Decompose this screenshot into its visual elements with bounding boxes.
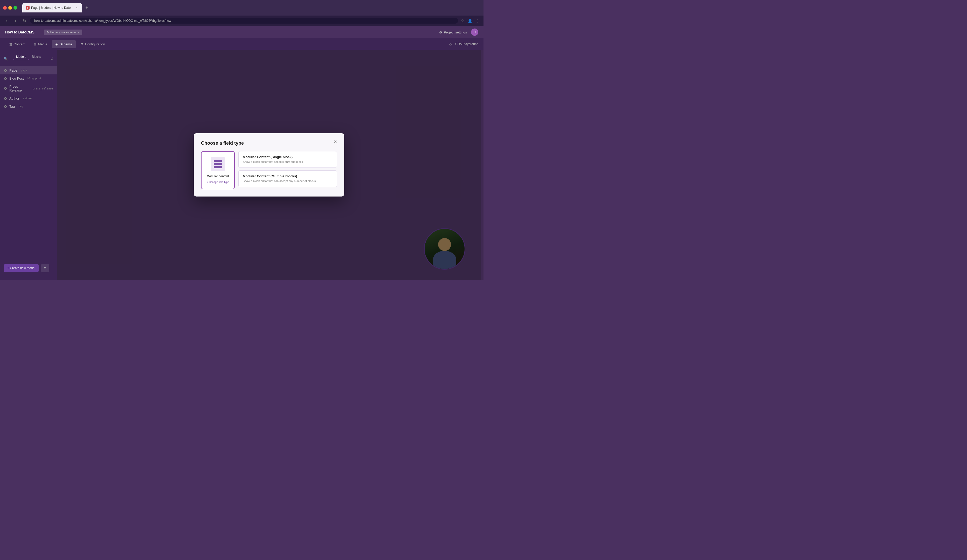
item-dot bbox=[4, 97, 7, 100]
maximize-traffic-light[interactable] bbox=[13, 6, 17, 10]
top-nav-right: ⚙ Project settings U bbox=[439, 28, 478, 36]
sidebar-bottom: + Create new model ⬆ bbox=[0, 260, 57, 276]
media-icon: ⊞ bbox=[34, 42, 36, 46]
field-option-multiple-blocks[interactable]: Modular Content (Multiple blocks) Show a… bbox=[238, 170, 337, 187]
option-single-block-desc: Show a block editor that accepts only on… bbox=[243, 160, 333, 164]
sidebar-item-page[interactable]: Page page bbox=[0, 66, 57, 74]
field-options-panel: Modular Content (Single block) Show a bl… bbox=[238, 151, 337, 189]
item-dot bbox=[4, 105, 7, 108]
main-area: 🔍 Models Blocks ↺ Page page Blog Post bl… bbox=[0, 50, 484, 280]
change-type-link[interactable]: « Change field type bbox=[207, 181, 229, 184]
sidebar: 🔍 Models Blocks ↺ Page page Blog Post bl… bbox=[0, 50, 57, 280]
sidebar-item-tag: blog_post bbox=[28, 77, 41, 80]
project-settings-label: Project settings bbox=[444, 30, 467, 34]
sidebar-item-label: Page bbox=[9, 68, 17, 72]
brand-name: How to DatoCMS bbox=[5, 30, 35, 34]
reload-button[interactable]: ↻ bbox=[21, 18, 28, 23]
url-text: how-to-datocms.admin.datocms.com/schema/… bbox=[34, 19, 171, 23]
schema-icon: ◈ bbox=[56, 42, 58, 46]
tab-close-button[interactable]: × bbox=[75, 6, 78, 10]
browser-tab[interactable]: D Page | Models | How to Dato... × bbox=[22, 3, 82, 12]
layer-2 bbox=[214, 163, 222, 165]
app: How to DatoCMS ⊙ Primary environment ▾ ⚙… bbox=[0, 26, 484, 280]
sidebar-item-tag: press_release bbox=[33, 87, 53, 90]
item-dot bbox=[4, 77, 7, 80]
env-icon: ⊙ bbox=[46, 31, 49, 34]
sidebar-item-tag[interactable]: Tag tag bbox=[0, 102, 57, 110]
project-settings-link[interactable]: ⚙ Project settings bbox=[439, 30, 467, 34]
browser-chrome: D Page | Models | How to Dato... × + bbox=[0, 0, 484, 16]
selected-field-type-card: Modular content « Change field type bbox=[201, 151, 235, 189]
menu-icon[interactable]: ⋮ bbox=[476, 18, 480, 23]
sidebar-item-label: Tag bbox=[9, 104, 15, 109]
user-avatar[interactable]: U bbox=[471, 28, 478, 36]
sidebar-item-label: Blog Post bbox=[9, 76, 24, 81]
back-button[interactable]: ‹ bbox=[3, 18, 10, 23]
modal-body: Modular content « Change field type Modu… bbox=[201, 151, 337, 189]
search-icon: 🔍 bbox=[3, 57, 8, 61]
sidebar-item-label: Author bbox=[9, 96, 19, 100]
profile-icon[interactable]: 👤 bbox=[467, 18, 473, 23]
sidebar-item-tag: author bbox=[23, 97, 32, 100]
sidebar-search-area: 🔍 Models Blocks ↺ bbox=[0, 54, 57, 66]
traffic-lights bbox=[3, 6, 17, 10]
tab-configuration[interactable]: ⚙ Configuration bbox=[77, 40, 109, 48]
env-chevron: ▾ bbox=[78, 31, 80, 34]
forward-button[interactable]: › bbox=[12, 18, 19, 23]
top-nav: How to DatoCMS ⊙ Primary environment ▾ ⚙… bbox=[0, 26, 484, 38]
import-icon: ⬆ bbox=[44, 266, 46, 270]
option-multiple-blocks-title: Modular Content (Multiple blocks) bbox=[243, 174, 333, 178]
scrollbar-track[interactable] bbox=[481, 50, 484, 280]
tab-media[interactable]: ⊞ Media bbox=[30, 40, 51, 48]
secondary-nav: ◫ Content ⊞ Media ◈ Schema ⚙ Configurati… bbox=[0, 38, 484, 50]
layer-1 bbox=[214, 160, 222, 162]
environment-badge[interactable]: ⊙ Primary environment ▾ bbox=[44, 30, 82, 35]
option-single-block-title: Modular Content (Single block) bbox=[243, 155, 333, 159]
close-traffic-light[interactable] bbox=[3, 6, 7, 10]
tab-bar: D Page | Models | How to Dato... × + bbox=[22, 3, 480, 12]
modal-title: Choose a field type bbox=[201, 140, 337, 146]
sidebar-tab-models[interactable]: Models bbox=[13, 54, 29, 60]
graphql-icon: ◇ bbox=[449, 42, 452, 46]
sidebar-tab-blocks[interactable]: Blocks bbox=[29, 54, 44, 60]
option-multiple-blocks-desc: Show a block editor that can accept any … bbox=[243, 179, 333, 183]
import-button[interactable]: ⬆ bbox=[41, 264, 49, 272]
modal-close-button[interactable]: × bbox=[332, 138, 339, 145]
settings-icon: ⚙ bbox=[439, 30, 442, 34]
env-label: Primary environment bbox=[50, 31, 76, 34]
layer-3 bbox=[214, 166, 222, 168]
minimize-traffic-light[interactable] bbox=[8, 6, 12, 10]
browser-actions: ☆ 👤 ⋮ bbox=[461, 18, 480, 23]
new-tab-button[interactable]: + bbox=[83, 4, 90, 12]
tab-content[interactable]: ◫ Content bbox=[5, 40, 29, 48]
sidebar-item-tag: tag bbox=[18, 105, 23, 108]
url-field[interactable]: how-to-datocms.admin.datocms.com/schema/… bbox=[30, 18, 458, 24]
tab-favicon: D bbox=[26, 6, 30, 10]
sidebar-item-label: Press Release bbox=[9, 84, 29, 92]
sidebar-item-pressrelease[interactable]: Press Release press_release bbox=[0, 82, 57, 94]
item-dot bbox=[4, 69, 7, 72]
sidebar-item-blogpost[interactable]: Blog Post blog_post bbox=[0, 74, 57, 82]
config-icon: ⚙ bbox=[81, 42, 84, 46]
field-option-single-block[interactable]: Modular Content (Single block) Show a bl… bbox=[238, 151, 337, 168]
stacked-layers-icon bbox=[214, 160, 222, 168]
sidebar-tabs: Models Blocks bbox=[13, 54, 44, 60]
sidebar-item-author[interactable]: Author author bbox=[0, 94, 57, 102]
tab-schema[interactable]: ◈ Schema bbox=[52, 40, 76, 48]
item-dot bbox=[4, 87, 7, 90]
refresh-icon[interactable]: ↺ bbox=[51, 57, 53, 61]
bookmark-icon[interactable]: ☆ bbox=[461, 18, 464, 23]
modular-content-icon bbox=[211, 157, 225, 171]
choose-field-type-modal: Choose a field type × bbox=[194, 133, 344, 196]
content-area: Add some fields to this model! What kind… bbox=[57, 50, 481, 280]
tab-title: Page | Models | How to Dato... bbox=[31, 6, 73, 10]
create-model-button[interactable]: + Create new model bbox=[3, 264, 39, 272]
address-bar: ‹ › ↻ how-to-datocms.admin.datocms.com/s… bbox=[0, 16, 484, 26]
secondary-nav-right: ◇ CDA Playground bbox=[449, 42, 478, 46]
cda-playground-label[interactable]: CDA Playground bbox=[455, 42, 478, 46]
content-icon: ◫ bbox=[9, 42, 12, 46]
field-type-name: Modular content bbox=[207, 175, 229, 178]
modal-overlay: Choose a field type × bbox=[57, 50, 481, 280]
sidebar-item-tag: page bbox=[21, 69, 27, 72]
